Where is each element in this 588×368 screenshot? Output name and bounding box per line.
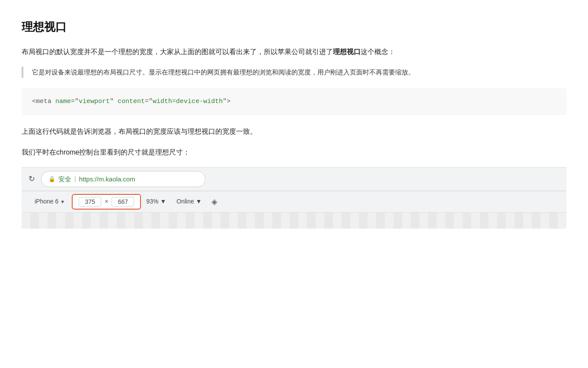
code-block: <meta name="viewport" content="width=dev…: [22, 88, 566, 115]
secure-label: 安全: [58, 174, 71, 185]
bottom-bar-stripe: [22, 213, 566, 229]
page-content: 理想视口 布局视口的默认宽度并不是一个理想的宽度，大家从上面的图就可以看出来了，…: [0, 0, 588, 229]
browser-toolbar: ↻ 🔒 安全 | https://m.kaola.com: [22, 167, 566, 191]
paragraph-3: 我们平时在chrome控制台里看到的尺寸就是理想尺寸：: [22, 146, 566, 158]
code-attr-value1: viewport: [79, 98, 110, 105]
online-arrow[interactable]: ▼: [196, 197, 202, 207]
online-section: Online ▼: [171, 195, 207, 209]
url-domain: m.kaola.com: [99, 175, 135, 183]
code-equals2: =": [145, 98, 153, 105]
code-attr-name2: content: [118, 98, 145, 105]
dimension-x: ×: [105, 197, 108, 207]
blockquote: 它是对设备来说最理想的布局视口尺寸。显示在理想视口中的网页拥有最理想的浏览和阅读…: [22, 67, 566, 78]
divider: |: [74, 174, 76, 184]
bold-text: 理想视口: [333, 48, 361, 55]
paragraph-1: 布局视口的默认宽度并不是一个理想的宽度，大家从上面的图就可以看出来了，所以苹果公…: [22, 46, 566, 58]
url-text: https://m.kaola.com: [79, 174, 135, 185]
zoom-arrow[interactable]: ▼: [160, 197, 166, 207]
paragraph-2: 上面这行代码就是告诉浏览器，布局视口的宽度应该与理想视口的宽度一致。: [22, 126, 566, 138]
code-tag-close: ">: [223, 98, 230, 105]
width-input[interactable]: [79, 197, 101, 207]
code-close1: ": [110, 98, 118, 105]
url-prefix: https://: [79, 175, 99, 183]
device-dropdown-arrow[interactable]: ▼: [60, 198, 65, 206]
dimension-box: ×: [72, 194, 141, 210]
page-title: 理想视口: [22, 17, 566, 36]
height-input[interactable]: [112, 197, 134, 207]
devtools-bottom-bar: [22, 212, 566, 229]
zoom-label: 93%: [146, 197, 158, 207]
code-equals1: =": [71, 98, 79, 105]
code-tag-open: <meta: [32, 98, 55, 105]
device-name-section: iPhone 6 ▼: [22, 195, 72, 209]
reload-icon[interactable]: ↻: [29, 172, 35, 186]
code-attr-value2: width=device-width: [153, 98, 223, 105]
zoom-section: 93% ▼: [141, 195, 171, 209]
devtools-toolbar: iPhone 6 ▼ × 93% ▼ Online ▼ ◈: [22, 190, 566, 212]
code-attr-name1: name: [55, 98, 71, 105]
lock-icon: 🔒: [48, 174, 55, 184]
online-label: Online: [176, 197, 194, 207]
rotate-icon[interactable]: ◈: [207, 195, 222, 209]
device-name-label: iPhone 6: [35, 197, 58, 207]
address-bar: 🔒 安全 | https://m.kaola.com: [41, 171, 205, 187]
